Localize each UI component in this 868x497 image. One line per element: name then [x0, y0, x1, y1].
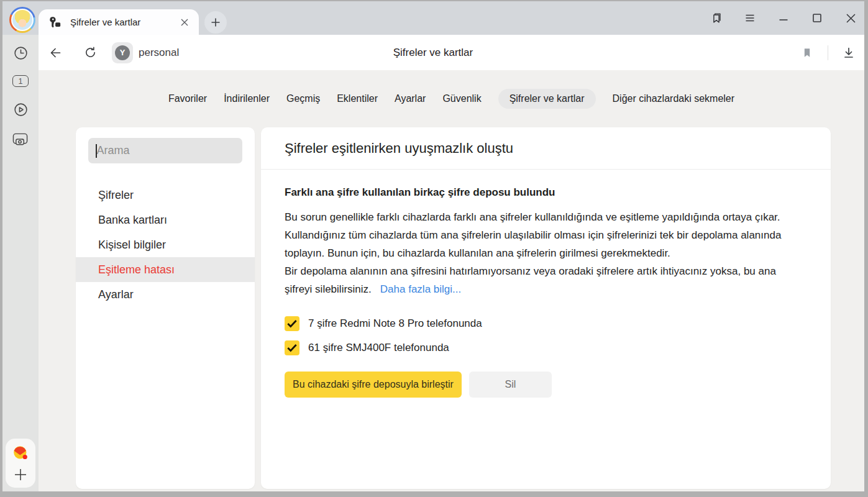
sidebar-item-ayarlar[interactable]: Ayarlar	[76, 282, 255, 307]
body-row: 1	[2, 35, 864, 491]
vault-label: 61 şifre SMJ400F telefonunda	[308, 342, 449, 354]
screenshot-camera-icon[interactable]	[12, 132, 29, 148]
sidebar-item-banka-kartlari[interactable]: Banka kartları	[76, 207, 255, 232]
conflict-subtitle: Farklı ana şifre kullanılan birkaç şifre…	[285, 186, 796, 199]
tab-counter[interactable]: 1	[12, 75, 29, 87]
avatar-image	[11, 9, 34, 31]
rail-bottom-dock	[6, 439, 35, 488]
plus-icon	[211, 17, 221, 27]
bookmark-icon[interactable]	[798, 43, 816, 62]
browser-tab[interactable]: Şifreler ve kartlar	[39, 9, 199, 35]
sidebar-item-esitleme-hatasi[interactable]: Eşitleme hatası	[76, 257, 255, 282]
vault-label: 7 şifre Redmi Note 8 Pro telefonunda	[308, 317, 482, 330]
nav-tab-guvenlik[interactable]: Güvenlik	[442, 89, 481, 109]
checkbox-checked[interactable]	[285, 316, 299, 331]
action-buttons: Bu cihazdaki şifre deposuyla birleştir S…	[285, 372, 796, 398]
yandex-id-icon: Y	[112, 42, 133, 63]
nav-tab-gecmis[interactable]: Geçmiş	[286, 89, 320, 109]
sidebar-menu: Şifreler Banka kartları Kişisel bilgiler…	[76, 183, 255, 307]
close-window-icon[interactable]	[843, 11, 858, 25]
checkbox-checked[interactable]	[285, 340, 299, 355]
downloads-icon[interactable]	[839, 43, 858, 62]
delete-button[interactable]: Sil	[469, 372, 552, 398]
profile-name: personal	[139, 47, 179, 59]
close-tab-icon[interactable]	[178, 16, 191, 29]
video-play-icon[interactable]	[12, 101, 29, 117]
side-rail: 1	[2, 35, 39, 491]
nav-tab-favoriler[interactable]: Favoriler	[168, 89, 207, 109]
toolbar: Y personal Şifreler ve kartlar	[39, 35, 864, 70]
toolbar-divider	[828, 45, 828, 60]
panel-body: Farklı ana şifre kullanılan birkaç şifre…	[261, 170, 831, 398]
back-icon[interactable]	[46, 43, 65, 62]
page-title: Şifreler eşitlenirken uyuşmazlık oluştu	[285, 140, 513, 157]
history-clock-icon[interactable]	[12, 45, 29, 61]
settings-nav: Favoriler İndirilenler Geçmiş Eklentiler…	[39, 70, 864, 127]
vault-row[interactable]: 7 şifre Redmi Note 8 Pro telefonunda	[285, 316, 796, 331]
tab-bar: Şifreler ve kartlar	[2, 1, 864, 35]
collections-icon[interactable]	[709, 11, 724, 25]
merge-button[interactable]: Bu cihazdaki şifre deposuyla birleştir	[285, 372, 462, 398]
new-tab-button[interactable]	[204, 11, 227, 34]
toolbar-right	[798, 43, 858, 62]
conflict-paragraph: Kullandığınız tüm cihazlarda tüm ana şif…	[285, 226, 796, 262]
conflict-paragraph: Bu sorun genellikle farklı cihazlarda fa…	[285, 208, 796, 226]
check-icon	[287, 344, 297, 352]
passwords-key-icon	[48, 16, 62, 29]
more-info-link[interactable]: Daha fazla bilgi...	[380, 283, 461, 295]
window-controls	[709, 7, 858, 29]
check-icon	[287, 319, 297, 328]
nav-tab-eklentiler[interactable]: Eklentiler	[337, 89, 378, 109]
conflict-paragraph: Bir depolama alanının ana şifresini hatı…	[285, 262, 796, 298]
add-panel-icon[interactable]	[12, 467, 29, 483]
sidebar-item-kisisel-bilgiler[interactable]: Kişisel bilgiler	[76, 232, 255, 257]
maximize-icon[interactable]	[810, 11, 825, 25]
vault-list: 7 şifre Redmi Note 8 Pro telefonunda 61 …	[285, 316, 796, 355]
passwords-sidebar: Şifreler Banka kartları Kişisel bilgiler…	[76, 127, 255, 489]
nav-tab-ayarlar[interactable]: Ayarlar	[395, 89, 426, 109]
panels: Şifreler Banka kartları Kişisel bilgiler…	[39, 127, 864, 491]
sidebar-item-sifreler[interactable]: Şifreler	[76, 183, 255, 207]
yandex-mail-icon[interactable]	[12, 445, 29, 461]
profile-avatar[interactable]	[9, 7, 35, 33]
tab-title: Şifreler ve kartlar	[70, 17, 140, 27]
settings-page: Favoriler İndirilenler Geçmiş Eklentiler…	[39, 70, 864, 491]
menu-icon[interactable]	[742, 11, 757, 25]
minimize-icon[interactable]	[776, 11, 791, 25]
right-column: Y personal Şifreler ve kartlar	[39, 35, 864, 491]
browser-window: Şifreler ve kartlar	[2, 1, 864, 491]
panel-header: Şifreler eşitlenirken uyuşmazlık oluştu	[261, 127, 831, 170]
site-identity-chip[interactable]: Y personal	[112, 42, 179, 63]
address-bar-page-title[interactable]: Şifreler ve kartlar	[349, 47, 517, 59]
search-box[interactable]	[88, 138, 242, 163]
reload-icon[interactable]	[81, 43, 99, 62]
nav-tab-indirilenler[interactable]: İndirilenler	[224, 89, 270, 109]
nav-tab-diger-cihazlar[interactable]: Diğer cihazlardaki sekmeler	[613, 89, 735, 109]
sync-conflict-panel: Şifreler eşitlenirken uyuşmazlık oluştu …	[261, 127, 831, 489]
nav-tab-sifreler-ve-kartlar[interactable]: Şifreler ve kartlar	[498, 89, 596, 109]
vault-row[interactable]: 61 şifre SMJ400F telefonunda	[285, 340, 796, 355]
search-input[interactable]	[97, 144, 241, 157]
